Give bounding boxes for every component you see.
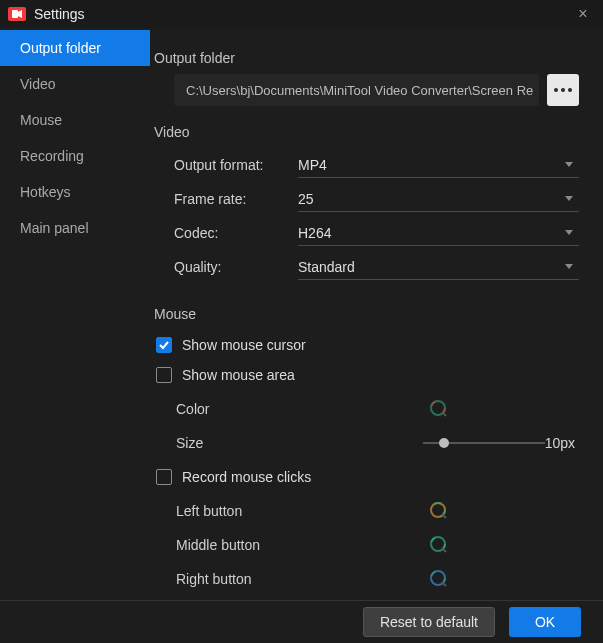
record-clicks-checkbox[interactable] [156, 469, 172, 485]
sidebar-item-label: Main panel [20, 220, 89, 236]
ellipsis-icon [554, 88, 572, 92]
chevron-down-icon [565, 162, 573, 167]
left-button-color-picker[interactable] [427, 500, 449, 522]
ok-button[interactable]: OK [509, 607, 581, 637]
section-title-output-folder: Output folder [154, 50, 579, 66]
close-button[interactable]: × [571, 2, 595, 26]
sidebar-item-label: Hotkeys [20, 184, 71, 200]
sidebar-item-hotkeys[interactable]: Hotkeys [0, 174, 150, 210]
show-cursor-label: Show mouse cursor [182, 337, 306, 353]
area-color-picker[interactable] [427, 398, 449, 420]
output-folder-path: C:\Users\bj\Documents\MiniTool Video Con… [186, 83, 533, 98]
section-title-mouse: Mouse [154, 306, 579, 322]
size-slider[interactable] [423, 435, 544, 451]
footer-bar: Reset to default OK [0, 600, 603, 643]
sidebar-item-output-folder[interactable]: Output folder [0, 30, 150, 66]
svg-rect-0 [12, 10, 18, 18]
output-folder-input[interactable]: C:\Users\bj\Documents\MiniTool Video Con… [174, 74, 539, 106]
left-button-label: Left button [176, 503, 321, 519]
sidebar: Output folder Video Mouse Recording Hotk… [0, 28, 150, 600]
frame-rate-label: Frame rate: [174, 191, 298, 207]
sidebar-item-label: Mouse [20, 112, 62, 128]
middle-button-color-picker[interactable] [427, 534, 449, 556]
slider-thumb[interactable] [439, 438, 449, 448]
size-value: 10px [545, 435, 579, 451]
right-button-label: Right button [176, 571, 321, 587]
reset-button[interactable]: Reset to default [363, 607, 495, 637]
middle-button-label: Middle button [176, 537, 321, 553]
quality-label: Quality: [174, 259, 298, 275]
sidebar-item-label: Video [20, 76, 56, 92]
show-area-checkbox[interactable] [156, 367, 172, 383]
color-label: Color [176, 401, 321, 417]
section-title-video: Video [154, 124, 579, 140]
sidebar-item-mouse[interactable]: Mouse [0, 102, 150, 138]
quality-value: Standard [298, 259, 355, 275]
sidebar-item-main-panel[interactable]: Main panel [0, 210, 150, 246]
main-panel: Output folder C:\Users\bj\Documents\Mini… [150, 28, 603, 600]
codec-label: Codec: [174, 225, 298, 241]
app-icon [8, 7, 26, 21]
record-clicks-label: Record mouse clicks [182, 469, 311, 485]
right-button-color-picker[interactable] [427, 568, 449, 590]
codec-select[interactable]: H264 [298, 220, 579, 246]
browse-button[interactable] [547, 74, 579, 106]
chevron-down-icon [565, 230, 573, 235]
title-bar: Settings × [0, 0, 603, 28]
output-format-select[interactable]: MP4 [298, 152, 579, 178]
chevron-down-icon [565, 196, 573, 201]
sidebar-item-recording[interactable]: Recording [0, 138, 150, 174]
frame-rate-select[interactable]: 25 [298, 186, 579, 212]
sidebar-item-video[interactable]: Video [0, 66, 150, 102]
codec-value: H264 [298, 225, 331, 241]
window-title: Settings [34, 6, 571, 22]
output-format-label: Output format: [174, 157, 298, 173]
show-area-label: Show mouse area [182, 367, 295, 383]
quality-select[interactable]: Standard [298, 254, 579, 280]
show-cursor-checkbox[interactable] [156, 337, 172, 353]
size-label: Size [176, 435, 293, 451]
chevron-down-icon [565, 264, 573, 269]
output-format-value: MP4 [298, 157, 327, 173]
sidebar-item-label: Output folder [20, 40, 101, 56]
frame-rate-value: 25 [298, 191, 314, 207]
sidebar-item-label: Recording [20, 148, 84, 164]
